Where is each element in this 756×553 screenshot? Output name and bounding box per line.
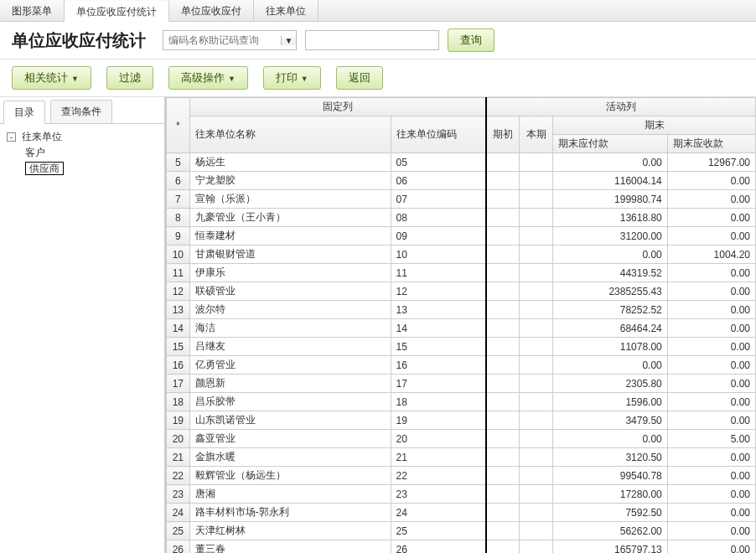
related-stats-button[interactable]: 相关统计▼ — [12, 66, 91, 90]
cell-code: 26 — [391, 540, 486, 554]
tab-graphics-menu[interactable]: 图形菜单 — [0, 0, 65, 21]
cell-receivable: 0.00 — [667, 522, 755, 540]
table-row[interactable]: 14海洁1468464.240.00 — [167, 319, 756, 338]
cell-benqi — [520, 448, 553, 467]
cell-benqi — [520, 430, 553, 448]
table-row[interactable]: 10甘肃银财管道100.001004.20 — [167, 245, 756, 264]
cell-code: 25 — [391, 522, 486, 540]
cell-benqi — [520, 209, 553, 227]
cell-payable: 1596.00 — [553, 393, 668, 411]
cell-qichu — [486, 153, 520, 172]
search-input[interactable] — [163, 31, 281, 49]
collapse-icon[interactable]: - — [7, 132, 16, 142]
cell-benqi — [520, 282, 553, 301]
cell-receivable: 0.00 — [667, 411, 755, 430]
row-number: 12 — [167, 282, 190, 301]
cell-payable: 0.00 — [553, 153, 668, 172]
table-row[interactable]: 25天津红树林2556262.000.00 — [167, 522, 756, 540]
search-combo[interactable]: ▼ — [163, 30, 297, 50]
cell-payable: 199980.74 — [553, 190, 668, 209]
back-button[interactable]: 返回 — [336, 66, 383, 90]
cell-payable: 0.00 — [553, 430, 668, 448]
table-row[interactable]: 22毅辉管业（杨远生）2299540.780.00 — [167, 467, 756, 485]
row-number: 24 — [167, 504, 190, 522]
cell-code: 17 — [391, 375, 486, 393]
cell-receivable: 12967.00 — [667, 153, 755, 172]
table-row[interactable]: 24路丰材料市场-郭永利247592.500.00 — [167, 504, 756, 522]
cell-code: 10 — [391, 245, 486, 264]
cell-benqi — [520, 172, 553, 190]
chevron-down-icon[interactable]: ▼ — [281, 36, 296, 45]
table-row[interactable]: 9恒泰建材0931200.000.00 — [167, 227, 756, 245]
cell-qichu — [486, 227, 520, 245]
tab-unit-stats[interactable]: 单位应收应付统计 — [65, 1, 169, 22]
side-tab-catalog[interactable]: 目录 — [3, 101, 45, 124]
tab-units[interactable]: 往来单位 — [254, 0, 318, 21]
title-bar: 单位应收应付统计 ▼ 查询 — [0, 22, 756, 59]
table-row[interactable]: 20鑫亚管业200.005.00 — [167, 430, 756, 448]
table-row[interactable]: 7宣翰（乐派）07199980.740.00 — [167, 190, 756, 209]
toolbar: 相关统计▼ 过滤 高级操作▼ 打印▼ 返回 — [0, 59, 756, 97]
row-number: 6 — [167, 172, 190, 190]
filter-button[interactable]: 过滤 — [106, 66, 153, 90]
cell-benqi — [520, 504, 553, 522]
table-row[interactable]: 21金旗水暖213120.500.00 — [167, 448, 756, 467]
query-button[interactable]: 查询 — [448, 28, 495, 52]
cell-qichu — [486, 448, 520, 467]
cell-receivable: 1004.20 — [667, 245, 755, 264]
row-number: 10 — [167, 245, 190, 264]
cell-benqi — [520, 153, 553, 172]
advanced-button[interactable]: 高级操作▼ — [168, 66, 248, 90]
cell-receivable: 0.00 — [667, 485, 755, 504]
table-row[interactable]: 19山东凯诺管业193479.500.00 — [167, 411, 756, 430]
table-row[interactable]: 8九豪管业（王小青）0813618.800.00 — [167, 209, 756, 227]
table-row[interactable]: 17颜恩新172305.800.00 — [167, 375, 756, 393]
tab-unit-ar-ap[interactable]: 单位应收应付 — [169, 0, 254, 21]
cell-code: 05 — [391, 153, 486, 172]
cell-payable: 7592.50 — [553, 504, 668, 522]
table-row[interactable]: 26董三春26165797.130.00 — [167, 540, 756, 554]
cell-name: 杨远生 — [189, 153, 391, 172]
cell-receivable: 5.00 — [667, 430, 755, 448]
table-row[interactable]: 16亿勇管业160.000.00 — [167, 356, 756, 375]
table-row[interactable]: 11伊康乐1144319.520.00 — [167, 264, 756, 282]
cell-benqi — [520, 319, 553, 338]
table-row[interactable]: 6宁龙塑胶06116004.140.00 — [167, 172, 756, 190]
cell-name: 颜恩新 — [189, 375, 391, 393]
table-row[interactable]: 15吕继友1511078.000.00 — [167, 338, 756, 356]
table-row[interactable]: 18昌乐胶带181596.000.00 — [167, 393, 756, 411]
cell-name: 恒泰建材 — [189, 227, 391, 245]
cell-payable: 165797.13 — [553, 540, 668, 554]
grid-area: *固定列活动列往来单位名称往来单位编码期初本期期末期末应付款期末应收款 5杨远生… — [166, 97, 756, 553]
cell-benqi — [520, 375, 553, 393]
cell-qichu — [486, 504, 520, 522]
cell-code: 19 — [391, 411, 486, 430]
cell-receivable: 0.00 — [667, 375, 755, 393]
tree-leaf-customer[interactable]: 客户 — [25, 145, 158, 161]
table-row[interactable]: 23唐湘2317280.000.00 — [167, 485, 756, 504]
search-textbox[interactable] — [305, 30, 439, 50]
cell-code: 21 — [391, 448, 486, 467]
print-button[interactable]: 打印▼ — [263, 66, 321, 90]
cell-receivable: 0.00 — [667, 540, 755, 554]
table-row[interactable]: 13波尔特1378252.520.00 — [167, 301, 756, 319]
cell-payable: 116004.14 — [553, 172, 668, 190]
tree-root[interactable]: - 往来单位 — [7, 129, 158, 145]
side-tab-conditions[interactable]: 查询条件 — [50, 100, 112, 123]
cell-benqi — [520, 393, 553, 411]
cell-benqi — [520, 245, 553, 264]
cell-receivable: 0.00 — [667, 282, 755, 301]
table-row[interactable]: 12联硕管业122385255.430.00 — [167, 282, 756, 301]
row-number: 7 — [167, 190, 190, 209]
row-number: 23 — [167, 485, 190, 504]
cell-qichu — [486, 522, 520, 540]
row-number: 13 — [167, 301, 190, 319]
cell-name: 昌乐胶带 — [189, 393, 391, 411]
cell-receivable: 0.00 — [667, 264, 755, 282]
row-number: 26 — [167, 540, 190, 554]
tree-leaf-supplier[interactable]: 供应商 — [25, 161, 158, 177]
table-row[interactable]: 5杨远生050.0012967.00 — [167, 153, 756, 172]
cell-qichu — [486, 485, 520, 504]
cell-code: 09 — [391, 227, 486, 245]
cell-code: 15 — [391, 338, 486, 356]
